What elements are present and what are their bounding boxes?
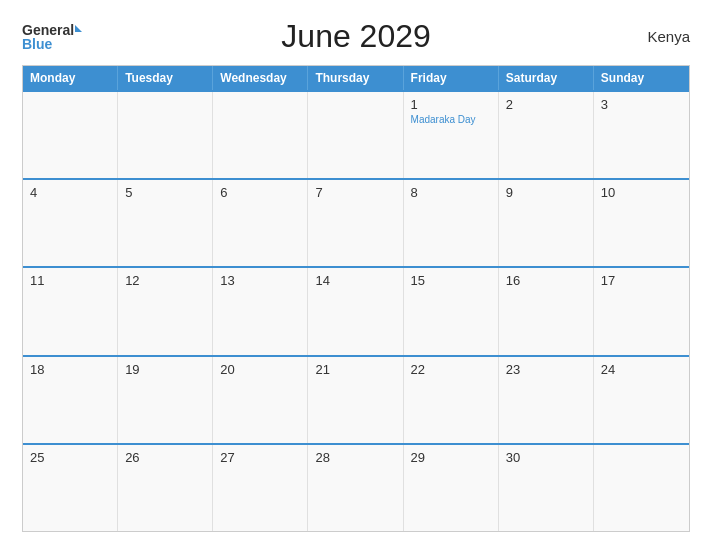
- day-number: 13: [220, 273, 300, 288]
- calendar-week-3: 11121314151617: [23, 266, 689, 354]
- calendar-week-2: 45678910: [23, 178, 689, 266]
- country-label: Kenya: [630, 28, 690, 45]
- day-number: 30: [506, 450, 586, 465]
- day-number: 2: [506, 97, 586, 112]
- calendar-header-friday: Friday: [404, 66, 499, 90]
- day-number: 3: [601, 97, 682, 112]
- calendar-cell: 1Madaraka Day: [404, 92, 499, 178]
- calendar-cell: 20: [213, 357, 308, 443]
- calendar-cell: 22: [404, 357, 499, 443]
- calendar-header-sunday: Sunday: [594, 66, 689, 90]
- calendar-cell: 9: [499, 180, 594, 266]
- calendar-cell: 26: [118, 445, 213, 531]
- day-number: 8: [411, 185, 491, 200]
- day-number: 18: [30, 362, 110, 377]
- calendar-cell: 30: [499, 445, 594, 531]
- calendar-cell: 19: [118, 357, 213, 443]
- calendar-header-thursday: Thursday: [308, 66, 403, 90]
- page-header: General Blue June 2029 Kenya: [22, 18, 690, 55]
- day-number: 26: [125, 450, 205, 465]
- calendar-week-4: 18192021222324: [23, 355, 689, 443]
- day-number: 21: [315, 362, 395, 377]
- logo: General Blue: [22, 23, 82, 51]
- calendar-cell: 13: [213, 268, 308, 354]
- calendar-cell: [118, 92, 213, 178]
- calendar-header-tuesday: Tuesday: [118, 66, 213, 90]
- day-number: 9: [506, 185, 586, 200]
- calendar-cell: 16: [499, 268, 594, 354]
- day-number: 20: [220, 362, 300, 377]
- calendar-cell: 18: [23, 357, 118, 443]
- logo-blue-text: Blue: [22, 37, 52, 51]
- calendar-cell: 21: [308, 357, 403, 443]
- calendar-cell: 24: [594, 357, 689, 443]
- logo-triangle-icon: [75, 25, 82, 32]
- day-number: 17: [601, 273, 682, 288]
- day-number: 22: [411, 362, 491, 377]
- day-number: 28: [315, 450, 395, 465]
- day-number: 6: [220, 185, 300, 200]
- day-number: 4: [30, 185, 110, 200]
- calendar-cell: 14: [308, 268, 403, 354]
- logo-general-text: General: [22, 23, 74, 37]
- calendar-header-monday: Monday: [23, 66, 118, 90]
- day-number: 1: [411, 97, 491, 112]
- calendar-cell: 25: [23, 445, 118, 531]
- calendar-cell: 2: [499, 92, 594, 178]
- calendar-cell: 28: [308, 445, 403, 531]
- calendar-cell: 23: [499, 357, 594, 443]
- calendar-cell: 27: [213, 445, 308, 531]
- day-number: 16: [506, 273, 586, 288]
- day-number: 10: [601, 185, 682, 200]
- day-number: 25: [30, 450, 110, 465]
- calendar-cell: [213, 92, 308, 178]
- calendar-cell: 4: [23, 180, 118, 266]
- day-number: 5: [125, 185, 205, 200]
- calendar-cell: 12: [118, 268, 213, 354]
- calendar-cell: 8: [404, 180, 499, 266]
- calendar-cell: [23, 92, 118, 178]
- calendar-header-row: MondayTuesdayWednesdayThursdayFridaySatu…: [23, 66, 689, 90]
- calendar-cell: 7: [308, 180, 403, 266]
- calendar-cell: 10: [594, 180, 689, 266]
- calendar-cell: 5: [118, 180, 213, 266]
- day-number: 14: [315, 273, 395, 288]
- page-title: June 2029: [82, 18, 630, 55]
- day-number: 24: [601, 362, 682, 377]
- logo-row1: General: [22, 23, 82, 37]
- calendar: MondayTuesdayWednesdayThursdayFridaySatu…: [22, 65, 690, 532]
- holiday-label: Madaraka Day: [411, 114, 491, 126]
- calendar-body: 1Madaraka Day234567891011121314151617181…: [23, 90, 689, 531]
- calendar-cell: 29: [404, 445, 499, 531]
- calendar-cell: [594, 445, 689, 531]
- logo-text: General Blue: [22, 23, 82, 51]
- calendar-cell: 11: [23, 268, 118, 354]
- calendar-cell: 3: [594, 92, 689, 178]
- day-number: 12: [125, 273, 205, 288]
- calendar-week-5: 252627282930: [23, 443, 689, 531]
- calendar-week-1: 1Madaraka Day23: [23, 90, 689, 178]
- day-number: 29: [411, 450, 491, 465]
- calendar-cell: [308, 92, 403, 178]
- calendar-header-saturday: Saturday: [499, 66, 594, 90]
- calendar-page: General Blue June 2029 Kenya MondayTuesd…: [0, 0, 712, 550]
- day-number: 23: [506, 362, 586, 377]
- calendar-cell: 17: [594, 268, 689, 354]
- calendar-cell: 15: [404, 268, 499, 354]
- day-number: 7: [315, 185, 395, 200]
- day-number: 19: [125, 362, 205, 377]
- day-number: 11: [30, 273, 110, 288]
- calendar-header-wednesday: Wednesday: [213, 66, 308, 90]
- day-number: 15: [411, 273, 491, 288]
- calendar-cell: 6: [213, 180, 308, 266]
- day-number: 27: [220, 450, 300, 465]
